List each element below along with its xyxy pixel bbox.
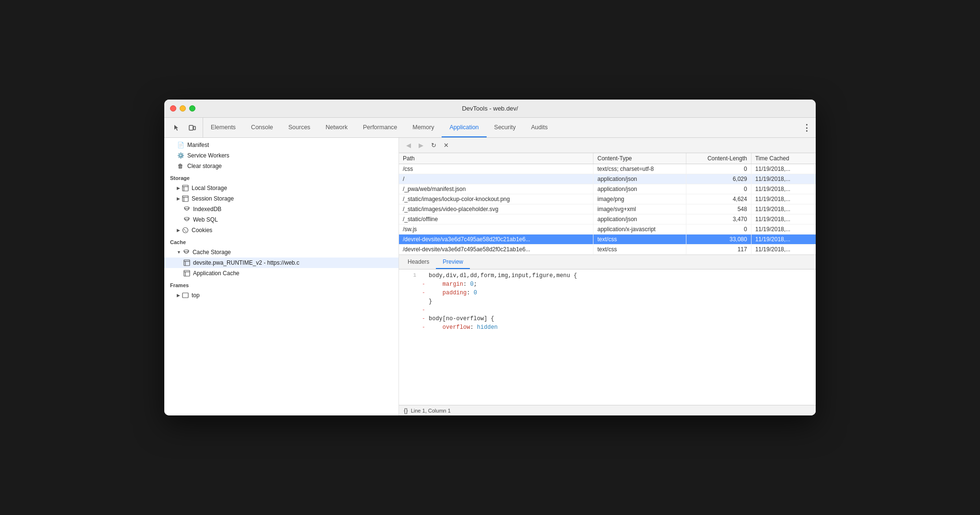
cell-time-cached: 11/19/2018,...: [751, 164, 816, 174]
right-panel: ◀ ▶ ↻ ✕ Path Content-Typ: [399, 138, 816, 415]
sidebar-item-local-storage[interactable]: ▶ Local Storage: [164, 183, 399, 193]
tab-audits[interactable]: Audits: [524, 118, 556, 137]
sidebar-item-service-workers[interactable]: ⚙️ Service Workers: [164, 150, 399, 161]
svg-rect-0: [189, 125, 193, 130]
device-icon[interactable]: [185, 121, 199, 134]
sidebar-item-web-sql[interactable]: Web SQL: [164, 214, 399, 225]
tab-sources[interactable]: Sources: [281, 118, 318, 137]
tab-application[interactable]: Application: [442, 118, 486, 137]
table-row[interactable]: /_static/images/video-placeholder.svgima…: [399, 204, 816, 214]
tab-memory[interactable]: Memory: [405, 118, 442, 137]
tab-headers[interactable]: Headers: [401, 255, 436, 269]
table-row[interactable]: /_static/offlineapplication/json3,47011/…: [399, 214, 816, 224]
sidebar-item-devsite-runtime[interactable]: devsite.pwa_RUNTIME_v2 - https://web.c: [164, 258, 399, 268]
web-sql-icon: [183, 216, 190, 223]
maximize-button[interactable]: [189, 105, 195, 112]
tab-preview[interactable]: Preview: [436, 255, 470, 269]
table-row[interactable]: /csstext/css; charset=utf-8011/19/2018,.…: [399, 164, 816, 174]
cell-path: /devrel-devsite/va3e6d7c495ae58d2f0c21ab…: [399, 235, 593, 245]
clear-storage-icon: 🗑: [177, 163, 184, 169]
more-tabs-button[interactable]: ⋮: [798, 118, 816, 137]
indexeddb-icon: [183, 206, 190, 213]
tab-network[interactable]: Network: [318, 118, 355, 137]
local-storage-icon: [182, 185, 189, 191]
sidebar-item-manifest[interactable]: 📄 Manifest: [164, 140, 399, 150]
sidebar: 📄 Manifest ⚙️ Service Workers 🗑 Clear st…: [164, 138, 399, 415]
cache-toolbar: ◀ ▶ ↻ ✕: [399, 138, 816, 153]
app-cache-icon: [183, 270, 190, 277]
top-frame-icon: [182, 292, 189, 299]
cache-storage-icon: [183, 249, 190, 256]
cell-content-length: 548: [686, 204, 751, 214]
tab-security[interactable]: Security: [487, 118, 524, 137]
cell-content-type: text/css: [593, 245, 686, 255]
tab-icons: [166, 118, 203, 137]
session-storage-arrow: ▶: [177, 196, 180, 201]
sidebar-item-indexeddb[interactable]: IndexedDB: [164, 204, 399, 214]
sidebar-item-top-frame[interactable]: ▶ top: [164, 290, 399, 301]
svg-rect-2: [182, 185, 188, 191]
svg-point-10: [183, 228, 188, 233]
cell-path: /_static/images/video-placeholder.svg: [399, 204, 593, 214]
manifest-icon: 📄: [177, 142, 184, 148]
cell-content-type: application/json: [593, 214, 686, 224]
minimize-button[interactable]: [180, 105, 186, 112]
sidebar-item-session-storage[interactable]: ▶ Session Storage: [164, 193, 399, 204]
cell-time-cached: 11/19/2018,...: [751, 214, 816, 224]
cell-content-type: application/x-javascript: [593, 224, 686, 235]
cell-time-cached: 11/19/2018,...: [751, 224, 816, 235]
cell-content-length: 6,029: [686, 174, 751, 184]
cell-content-length: 117: [686, 245, 751, 255]
sidebar-item-cookies[interactable]: ▶ Cookies: [164, 225, 399, 235]
cell-path: /css: [399, 164, 593, 174]
svg-point-8: [184, 207, 189, 209]
devtools-tabs: Elements Console Sources Network Perform…: [164, 118, 816, 138]
header-time-cached: Time Cached: [751, 153, 816, 164]
tab-elements[interactable]: Elements: [203, 118, 243, 137]
table-row[interactable]: /_pwa/web/manifest.jsonapplication/json0…: [399, 184, 816, 194]
sidebar-item-cache-storage[interactable]: ▼ Cache Storage: [164, 247, 399, 258]
table-row[interactable]: /_static/images/lockup-color-knockout.pn…: [399, 194, 816, 204]
header-path: Path: [399, 153, 593, 164]
table-row[interactable]: /devrel-devsite/va3e6d7c495ae58d2f0c21ab…: [399, 245, 816, 255]
cache-entries-table: Path Content-Type Content-Length Time Ca…: [399, 153, 816, 255]
close-button[interactable]: [170, 105, 176, 112]
cell-path: /: [399, 174, 593, 184]
table-row[interactable]: /sw.jsapplication/x-javascript011/19/201…: [399, 224, 816, 235]
cell-content-length: 4,624: [686, 194, 751, 204]
header-content-type: Content-Type: [593, 153, 686, 164]
cursor-icon[interactable]: [170, 121, 183, 134]
code-line-3: - padding: 0: [399, 290, 816, 298]
sidebar-item-app-cache[interactable]: Application Cache: [164, 268, 399, 279]
cell-path: /devrel-devsite/va3e6d7c495ae58d2f0c21ab…: [399, 245, 593, 255]
sidebar-item-clear-storage[interactable]: 🗑 Clear storage: [164, 161, 399, 171]
cell-content-length: 3,470: [686, 214, 751, 224]
code-line-4: }: [399, 298, 816, 307]
table-row[interactable]: /application/json6,02911/19/2018,...: [399, 174, 816, 184]
cell-content-type: application/json: [593, 184, 686, 194]
cell-time-cached: 11/19/2018,...: [751, 235, 816, 245]
table-row[interactable]: /devrel-devsite/va3e6d7c495ae58d2f0c21ab…: [399, 235, 816, 245]
svg-rect-20: [182, 293, 188, 298]
top-frame-arrow: ▶: [177, 293, 180, 298]
cell-content-type: image/png: [593, 194, 686, 204]
cell-content-type: application/json: [593, 174, 686, 184]
forward-button[interactable]: ▶: [415, 140, 427, 151]
service-workers-icon: ⚙️: [177, 152, 184, 159]
session-storage-icon: [182, 195, 189, 202]
cell-content-type: image/svg+xml: [593, 204, 686, 214]
svg-rect-17: [184, 270, 190, 276]
cell-content-type: text/css: [593, 235, 686, 245]
tab-console[interactable]: Console: [243, 118, 281, 137]
svg-point-13: [184, 250, 189, 252]
cell-content-length: 0: [686, 224, 751, 235]
cell-time-cached: 11/19/2018,...: [751, 194, 816, 204]
back-button[interactable]: ◀: [403, 140, 414, 151]
clear-button[interactable]: ✕: [440, 140, 452, 151]
code-line-7: - overflow: hidden: [399, 324, 816, 333]
tab-performance[interactable]: Performance: [355, 118, 405, 137]
code-line-1: 1 body,div,dl,dd,form,img,input,figure,m…: [399, 272, 816, 281]
cell-time-cached: 11/19/2018,...: [751, 245, 816, 255]
cookies-arrow: ▶: [177, 228, 180, 233]
refresh-button[interactable]: ↻: [428, 140, 439, 151]
